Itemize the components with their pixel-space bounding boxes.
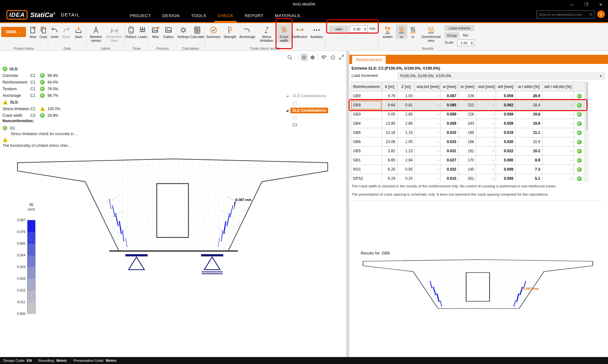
settings-button[interactable]: Settings (177, 24, 190, 39)
wireframe-view-icon[interactable] (300, 53, 308, 61)
idea-logo: IDEA (6, 10, 28, 20)
result-sr-button[interactable]: sr (408, 24, 418, 39)
table-row[interactable]: GB16.652.94-0.027170-0.0008.9-✓ (351, 156, 585, 165)
table-row[interactable]: RO16.250.55-0.022145-0.0097.3-✓ (351, 165, 585, 174)
zoom-tool-icon[interactable] (286, 53, 294, 61)
label-extreme-toggle[interactable]: Label extreme (445, 25, 474, 31)
menu-check[interactable]: CHECK (218, 9, 233, 22)
dimension-arrows-icon (110, 26, 119, 35)
table-row[interactable]: GB610.161.15-0.033189-0.01911.1-✓ (351, 128, 585, 137)
nonconformity-item[interactable]: ! (3, 137, 104, 143)
section-box-icon[interactable] (320, 53, 328, 61)
tab-reinforcement[interactable]: Reinforcement (352, 56, 386, 64)
undo-button[interactable]: Undo (48, 24, 60, 39)
menu-project[interactable]: PROJECT (130, 9, 151, 22)
tree-item-c2[interactable]: C2 (286, 114, 345, 121)
check-icon: ✓ (577, 140, 582, 144)
search-icon[interactable] (589, 12, 593, 17)
info-icon[interactable]: i (597, 10, 605, 18)
table-row[interactable]: GB53.821.23-0.031191-0.02210.2-✓ (351, 147, 585, 156)
column-header[interactable]: w / wlim [%] (516, 82, 542, 91)
table-cell: 6.65 (382, 156, 397, 165)
table-row[interactable]: GB413.952.65-0.059243-0.05919.6-✓ (351, 119, 585, 128)
column-header[interactable] (574, 82, 585, 91)
table-cell: 0.059 (496, 119, 516, 128)
column-header[interactable]: Reinforcement (351, 82, 382, 91)
close-icon[interactable]: ✕ (593, 0, 608, 9)
wlim-spinner[interactable]: 0.30 (350, 25, 368, 33)
anchorage-check-button[interactable]: Anchorage (238, 24, 256, 39)
result-w-button[interactable]: w (396, 24, 407, 39)
gallery-button[interactable]: Gallery (162, 24, 175, 39)
column-header[interactable]: wst,tot [mm] (415, 82, 441, 91)
column-header[interactable]: wlt [mm] (496, 82, 516, 91)
column-header[interactable]: sr [mm] (459, 82, 476, 91)
new-project-item-button[interactable]: New (28, 24, 38, 39)
result-section-drawing[interactable] (361, 259, 595, 310)
support-pinned (125, 254, 148, 270)
nonconformity-item[interactable]: iD1 (3, 125, 104, 131)
table-cell: 0.009 (496, 165, 516, 174)
save-icon (74, 26, 83, 35)
rebars-button[interactable]: Rebars (125, 24, 137, 39)
table-row[interactable]: GB610.061.00-0.033168-0.02010.9-✓ (351, 137, 585, 147)
group-toggle[interactable]: Group (445, 32, 459, 38)
result-w-wlim-button[interactable]: w/wlim (380, 24, 395, 39)
chevron-down-icon[interactable]: ⌄ (294, 56, 296, 59)
menu-materials[interactable]: MATERIALS (275, 9, 300, 22)
table-cell: - (542, 110, 574, 119)
tree-item-sls-combinations[interactable]: SLS Combinations (286, 107, 345, 114)
member-names-button[interactable]: Member names (87, 24, 105, 42)
load-increment-select[interactable]: P100.0%, G100.0%, V100.0% ▼ (397, 72, 605, 79)
tree-item-uls-combinations[interactable]: ULS Combinations (286, 92, 345, 99)
calculate-button[interactable]: Calculate (190, 24, 204, 39)
table-row[interactable]: GB30.052.85-0.059226-0.05919.8-✓ (351, 110, 585, 119)
maximize-icon[interactable]: ❐ (579, 0, 593, 9)
tree-item-c3[interactable]: C3 (286, 121, 345, 129)
bridge-section-drawing[interactable] (14, 158, 331, 275)
menu-design[interactable]: DESIGN (162, 9, 180, 22)
save-button[interactable]: Save (73, 24, 85, 39)
table-row[interactable]: DPS29.290.20-0.015351-0.0095.1-✓ (351, 174, 585, 182)
loads-button[interactable]: Loads (137, 24, 148, 39)
legend-value: 0.022 (13, 288, 25, 292)
summary-check-button[interactable]: Summary (205, 24, 222, 39)
expand-triangle-icon[interactable] (286, 95, 288, 97)
new-picture-button[interactable]: New (149, 24, 162, 39)
bar-toggle[interactable]: Bar (463, 33, 468, 37)
column-header[interactable]: wst [mm] (476, 82, 496, 91)
stress-limitation-check-button[interactable]: Stress limitation (256, 24, 277, 42)
spinner-arrows-icon[interactable] (364, 28, 367, 31)
column-header[interactable]: wlt / wlt,lim [%] (542, 82, 574, 91)
scrollbar-thumb[interactable] (586, 82, 588, 130)
copy-button[interactable]: Copy (38, 24, 49, 39)
fit-view-icon[interactable] (338, 53, 345, 61)
drm1-dropdown[interactable]: DRM1⌄ (1, 27, 26, 37)
table-row[interactable]: GB99.791.03-0.087228-0.05928.9-✓ (351, 91, 585, 101)
crack-width-check-button[interactable]: Crack width (277, 24, 291, 42)
solid-view-icon[interactable] (309, 53, 316, 61)
auxiliary-button[interactable]: Auxiliary (308, 24, 325, 39)
menu-tools[interactable]: TOOLS (191, 9, 206, 22)
strength-check-button[interactable]: Strength (222, 24, 238, 39)
home-view-icon[interactable] (329, 53, 337, 61)
expand-triangle-icon[interactable] (286, 109, 288, 112)
minimize-icon[interactable]: — (564, 0, 579, 9)
column-header[interactable]: Z [m] (397, 82, 415, 91)
table-scrollbar[interactable] (586, 82, 588, 182)
scale-spinner[interactable]: 1.00 (457, 40, 474, 46)
table-row[interactable]: GB99.640.81-0.085222-0.06228.4-✓ (351, 101, 585, 110)
combo-name: C1 (30, 80, 40, 85)
table-cell: 28.9 (516, 91, 542, 101)
legend-segment (28, 302, 35, 314)
tree-item-c1[interactable]: C1 (286, 99, 345, 107)
column-header[interactable]: w [mm] (441, 82, 459, 91)
spinner-arrows-icon[interactable] (470, 41, 474, 45)
deflection-check-button[interactable]: Deflection (291, 24, 308, 39)
statusbar-item: Presentation Units:Metric (73, 359, 117, 362)
result-unreinforced-area-button[interactable]: Unreinforced area (419, 24, 443, 42)
column-header[interactable]: X [m] (382, 82, 397, 91)
menu-report[interactable]: REPORT (245, 9, 263, 22)
panel-splitter[interactable] (346, 51, 349, 357)
search-input[interactable] (537, 13, 589, 16)
